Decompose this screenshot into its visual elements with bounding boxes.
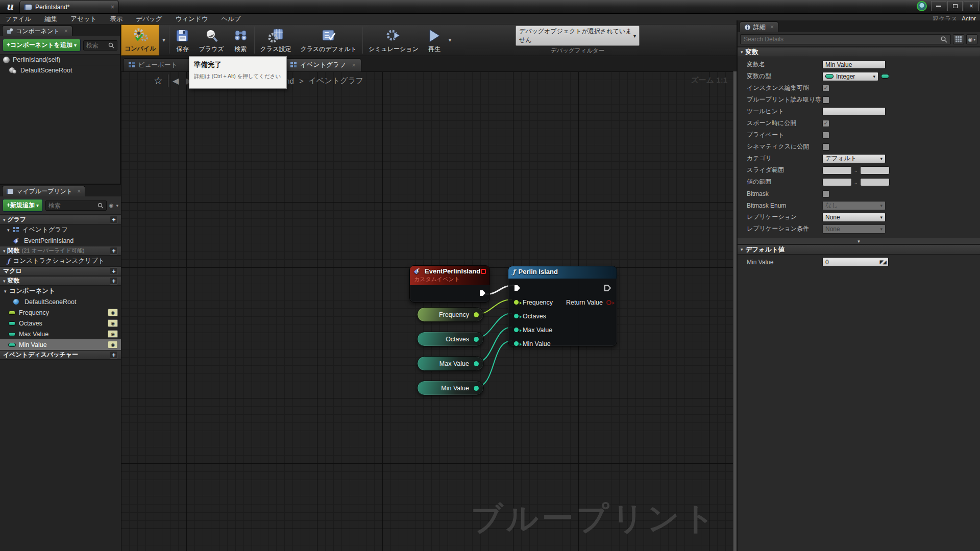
section-variables[interactable]: ▾変数 +	[0, 276, 121, 286]
document-tab[interactable]: PerlinIsland* ×	[19, 0, 119, 13]
pin-min-value[interactable]	[513, 341, 519, 346]
advanced-expander[interactable]: ▾	[738, 238, 980, 244]
section-graphs[interactable]: ▾グラフ +	[0, 215, 121, 224]
section-variable[interactable]: ▾ 変数	[738, 47, 980, 57]
menu-window[interactable]: ウィンドウ	[176, 15, 208, 23]
value-range-min-input[interactable]	[822, 178, 852, 186]
slider-range-min-input[interactable]	[822, 166, 852, 174]
node-perlin-island[interactable]: ƒ Perlin Island Frequency Return Value	[508, 266, 617, 346]
expose-on-spawn-checkbox[interactable]: ✓	[822, 120, 829, 127]
pin-octaves[interactable]	[513, 313, 519, 319]
class-settings-button[interactable]: クラス設定	[256, 24, 296, 56]
section-event-dispatchers[interactable]: イベントディスパッチャー +	[0, 350, 121, 360]
exec-out-pin[interactable]	[479, 289, 486, 298]
my-blueprint-search[interactable]	[45, 201, 107, 211]
menu-file[interactable]: ファイル	[5, 15, 31, 23]
blueprint-readonly-checkbox[interactable]	[822, 96, 829, 104]
restore-button[interactable]	[947, 1, 963, 11]
exec-out-pin[interactable]	[604, 284, 611, 293]
close-button[interactable]: ×	[964, 1, 979, 11]
tab-close-icon[interactable]: ×	[352, 62, 356, 69]
getter-output-pin[interactable]	[473, 336, 479, 342]
getter-max-value[interactable]: Max Value	[417, 356, 484, 371]
play-options-caret[interactable]: ▾	[446, 24, 454, 56]
tab-close-icon[interactable]: ×	[77, 188, 81, 195]
getter-output-pin[interactable]	[473, 385, 479, 391]
breadcrumb-current[interactable]: イベントグラフ	[309, 76, 363, 86]
bitmask-checkbox[interactable]	[822, 190, 829, 197]
display-filter-button[interactable]: ◉ ▾	[966, 34, 977, 44]
class-defaults-button[interactable]: クラスのデフォルト	[296, 24, 361, 56]
instance-editable-checkbox[interactable]: ✓	[822, 85, 829, 92]
group-components[interactable]: ▾ コンポーネント	[0, 286, 121, 296]
private-checkbox[interactable]	[822, 132, 829, 139]
add-macro-button[interactable]: +	[110, 267, 118, 275]
visibility-eye-icon[interactable]: ◉	[108, 309, 118, 316]
visibility-eye-icon[interactable]: ◉	[108, 341, 118, 348]
tab-close-icon[interactable]: ×	[770, 23, 774, 31]
visibility-eye-icon[interactable]: ◉	[108, 330, 118, 338]
variable-row-max-value[interactable]: Max Value ◉	[0, 329, 121, 339]
compile-button[interactable]: コンパイル	[121, 24, 159, 56]
simulate-button[interactable]: シミュレーション	[364, 24, 423, 56]
graph-scrollbar[interactable]	[733, 71, 737, 551]
back-arrow-icon[interactable]: ◀	[173, 76, 179, 86]
filter-eye-icon[interactable]: ◉	[109, 203, 114, 208]
exec-in-pin[interactable]	[513, 284, 521, 293]
default-min-value-input[interactable]: 0 ◤◢	[822, 257, 889, 267]
tooltip-input[interactable]	[822, 107, 886, 116]
menu-edit[interactable]: 編集	[44, 15, 57, 23]
getter-frequency[interactable]: Frequency	[417, 307, 484, 322]
variable-row-min-value[interactable]: Min Value ◉	[0, 339, 121, 350]
details-search-input[interactable]	[740, 34, 951, 44]
replication-dropdown[interactable]: None ▾	[822, 213, 886, 222]
add-dispatcher-button[interactable]: +	[110, 351, 118, 359]
add-function-button[interactable]: +	[110, 247, 118, 255]
section-macros[interactable]: マクロ +	[0, 266, 121, 276]
section-default-value[interactable]: ▾ デフォルト値	[738, 244, 980, 255]
debug-object-dropdown[interactable]: デバッグオブジェクトが選択されていません ▾	[516, 26, 640, 46]
launcher-status-icon[interactable]	[917, 1, 927, 11]
slider-range-max-input[interactable]	[860, 166, 890, 174]
pin-return-value[interactable]	[606, 300, 611, 305]
menu-asset[interactable]: アセット	[70, 15, 96, 23]
category-dropdown[interactable]: デフォルト ▾	[822, 154, 886, 163]
tab-close-icon[interactable]: ×	[64, 28, 68, 35]
item-event-perlinisland[interactable]: ◆f EventPerlinIsland	[0, 235, 121, 246]
getter-min-value[interactable]: Min Value	[417, 381, 484, 395]
menu-view[interactable]: 表示	[110, 15, 122, 23]
play-button[interactable]: 再生	[423, 24, 446, 56]
container-type-pill-icon[interactable]	[881, 74, 889, 79]
item-event-graph[interactable]: ▾ イベントグラフ	[0, 224, 121, 235]
add-variable-button[interactable]: +	[110, 277, 118, 285]
component-item-sceneroot[interactable]: DefaultSceneRoot	[0, 65, 120, 76]
find-button[interactable]: 検索	[229, 24, 253, 56]
item-construction-script[interactable]: ƒ コンストラクションスクリプト	[0, 256, 121, 266]
item-default-scene-root[interactable]: DefaultSceneRoot	[0, 296, 121, 307]
event-graph-canvas[interactable]: ☆ ◀ ▶ PerlinIsland > イベントグラフ ズーム 1:1	[121, 71, 737, 551]
new-add-button[interactable]: +新規追加▾	[3, 199, 43, 212]
browse-button[interactable]: ブラウズ	[194, 24, 228, 56]
add-component-button[interactable]: +コンポーネントを追加▾	[3, 39, 81, 52]
compile-options-caret[interactable]: ▾	[159, 24, 168, 56]
pin-frequency[interactable]	[513, 299, 519, 305]
add-graph-button[interactable]: +	[110, 216, 118, 223]
node-event-perlinisland[interactable]: ◆f EventPerlinIsland カスタムイベント	[409, 265, 490, 303]
property-matrix-button[interactable]	[953, 34, 964, 44]
save-button[interactable]: 保存	[170, 24, 194, 56]
menu-help[interactable]: ヘルプ	[221, 15, 240, 23]
variable-name-input[interactable]	[822, 60, 886, 69]
tab-event-graph[interactable]: イベントグラフ ×	[285, 58, 361, 71]
tab-my-blueprint[interactable]: マイブループリント ×	[2, 186, 85, 196]
menu-debug[interactable]: デバッグ	[136, 15, 162, 23]
visibility-eye-icon[interactable]: ◉	[108, 319, 118, 327]
favorite-star-icon[interactable]: ☆	[154, 74, 163, 87]
getter-output-pin[interactable]	[473, 361, 479, 367]
tab-components[interactable]: コンポーネント ×	[2, 26, 72, 36]
pin-max-value[interactable]	[513, 327, 519, 333]
getter-octaves[interactable]: Octaves	[417, 332, 484, 346]
value-range-max-input[interactable]	[860, 178, 890, 186]
tab-details[interactable]: 詳細 ×	[740, 21, 778, 32]
variable-row-frequency[interactable]: Frequency ◉	[0, 307, 121, 318]
document-tab-close-icon[interactable]: ×	[111, 4, 114, 11]
